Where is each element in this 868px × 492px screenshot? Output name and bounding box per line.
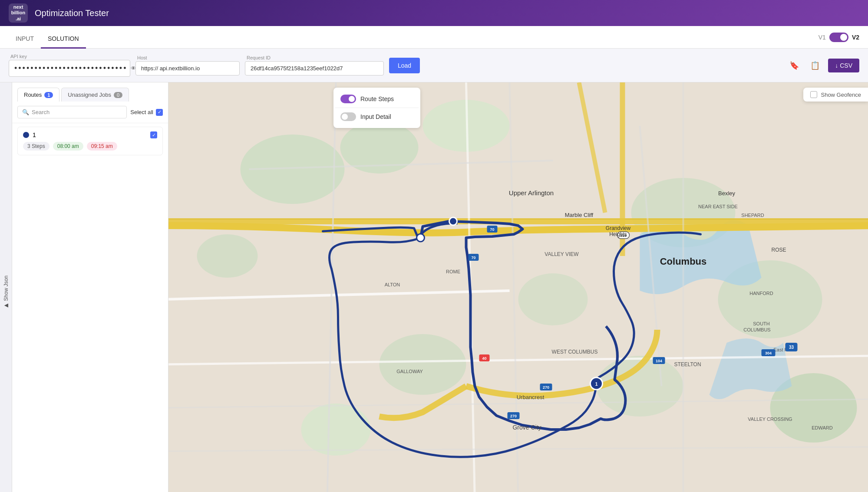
svg-point-8 (301, 403, 371, 456)
panel-tab-routes[interactable]: Routes 1 (17, 88, 59, 102)
overlay-divider (335, 108, 419, 108)
geofence-overlay: Show Geofence (803, 88, 868, 102)
host-value: https:// api.nextbillion.io (141, 65, 200, 72)
route-steps-toggle-item[interactable]: Route Steps (335, 91, 419, 107)
search-icon: 🔍 (22, 109, 29, 115)
load-button[interactable]: Load (389, 58, 420, 73)
api-key-value: •••••••••••••••••••••••••••• (14, 64, 127, 73)
svg-text:Columbus: Columbus (660, 256, 707, 267)
svg-text:70: 70 (490, 227, 494, 232)
csv-button[interactable]: ↓ CSV (828, 59, 859, 72)
route-name: 1 (33, 131, 147, 138)
request-id-value: 26df14ca9575f2158a1235eef1022d7 (251, 65, 343, 72)
version-toggle-switch[interactable] (829, 33, 848, 42)
version-v1-label: V1 (818, 34, 826, 41)
chevron-right-icon: ▶ (3, 302, 9, 308)
search-placeholder: Search (32, 109, 50, 115)
input-detail-label: Input Detail (360, 113, 391, 120)
bookmark-icon[interactable]: 🔖 (786, 58, 802, 73)
input-detail-toggle[interactable] (340, 112, 356, 121)
routes-count-badge: 1 (44, 92, 53, 98)
request-id-group: Request ID 26df14ca9575f2158a1235eef1022… (245, 55, 384, 75)
svg-text:ROSE: ROSE (771, 247, 786, 253)
route-steps-label: Route Steps (360, 95, 394, 102)
unassigned-count-badge: 0 (114, 92, 122, 98)
route-checkbox[interactable] (150, 131, 157, 138)
svg-text:Grove City: Grove City (512, 424, 541, 431)
left-panel: Routes 1 Unassigned Jobs 0 🔍 Search Sele… (12, 82, 168, 492)
panel-tabs: Routes 1 Unassigned Jobs 0 (12, 82, 168, 102)
svg-text:270: 270 (510, 414, 517, 418)
geofence-checkbox[interactable] (810, 91, 817, 98)
svg-text:33: 33 (789, 345, 794, 350)
search-input[interactable]: 🔍 Search (17, 106, 127, 118)
logo-line2: billion (11, 10, 25, 16)
route-steps-toggle[interactable] (340, 95, 356, 103)
select-all-checkbox[interactable] (156, 109, 163, 116)
svg-text:NEAR EAST SIDE: NEAR EAST SIDE (698, 204, 738, 209)
header: next billion .ai Optimization Tester (0, 0, 868, 26)
unassigned-tab-label: Unassigned Jobs (68, 92, 111, 98)
api-key-label: API key (9, 54, 130, 59)
request-id-field[interactable]: 26df14ca9575f2158a1235eef1022d7 (245, 61, 384, 75)
host-group: Host https:// api.nextbillion.io (135, 55, 240, 75)
toolbar-actions: 🔖 📋 ↓ CSV (786, 58, 859, 73)
geofence-label: Show Geofence (821, 92, 861, 98)
route-list: 1 3 Steps 08:00 am 09:15 am (12, 123, 168, 492)
select-all-label: Select all (130, 109, 153, 115)
host-label: Host (135, 55, 240, 60)
svg-text:ALTON: ALTON (385, 282, 400, 287)
show-json-text: Show Json (3, 276, 9, 301)
route-start-time: 08:00 am (53, 142, 83, 151)
table-row[interactable]: 1 3 Steps 08:00 am 09:15 am (17, 127, 163, 155)
version-toggle: V1 V2 (818, 33, 859, 42)
host-field[interactable]: https:// api.nextbillion.io (135, 61, 240, 75)
svg-text:Marble Cliff: Marble Cliff (565, 212, 594, 218)
svg-text:1: 1 (595, 381, 597, 387)
logo: next billion .ai (9, 3, 28, 23)
api-key-field[interactable]: •••••••••••••••••••••••••••• 👁 (9, 60, 130, 77)
svg-text:70: 70 (471, 256, 475, 260)
logo-line3: .ai (11, 16, 25, 22)
svg-text:304: 304 (765, 351, 772, 355)
route-steps-overlay: Route Steps Input Detail (333, 88, 420, 128)
svg-text:Bexley: Bexley (718, 190, 736, 197)
route-end-time: 09:15 am (87, 142, 117, 151)
svg-text:ROME: ROME (446, 269, 460, 274)
tab-input[interactable]: INPUT (9, 30, 41, 49)
svg-text:Upper Arlington: Upper Arlington (509, 189, 554, 197)
search-controls: 🔍 Search Select all (12, 102, 168, 123)
map-area[interactable]: 1 70 70 270 315 Upper Arlington Marble C… (168, 82, 868, 492)
input-detail-toggle-item[interactable]: Input Detail (335, 109, 419, 125)
svg-text:Urbancrest: Urbancrest (517, 394, 545, 400)
svg-text:STEELTON: STEELTON (674, 361, 701, 367)
api-key-group: API key •••••••••••••••••••••••••••• 👁 (9, 54, 130, 77)
show-json-label: ▶ Show Json (3, 276, 9, 309)
version-v2-label: V2 (852, 34, 859, 41)
svg-text:270: 270 (543, 385, 549, 390)
main-content: ▶ Show Json Routes 1 Unassigned Jobs 0 🔍… (0, 82, 868, 492)
panel-tab-unassigned[interactable]: Unassigned Jobs 0 (61, 88, 129, 102)
svg-text:HANFORD: HANFORD (749, 291, 773, 296)
svg-point-27 (449, 217, 457, 225)
app-title: Optimization Tester (35, 8, 109, 18)
map-background: 1 70 70 270 315 Upper Arlington Marble C… (168, 82, 868, 492)
route-dot (23, 132, 29, 138)
tabs-bar: INPUT SOLUTION V1 V2 (0, 26, 868, 49)
route-tags: 3 Steps 08:00 am 09:15 am (23, 142, 157, 151)
route-header: 1 (23, 131, 157, 138)
show-json-panel[interactable]: ▶ Show Json (0, 82, 12, 492)
svg-text:VALLEY CROSSING: VALLEY CROSSING (748, 417, 792, 422)
svg-text:104: 104 (656, 359, 662, 363)
svg-text:GALLOWAY: GALLOWAY (396, 369, 423, 374)
svg-text:Grandview: Grandview (606, 225, 631, 231)
request-id-label: Request ID (245, 55, 384, 60)
list-icon[interactable]: 📋 (807, 58, 823, 73)
tab-solution[interactable]: SOLUTION (41, 30, 86, 49)
svg-text:EDWARD: EDWARD (812, 425, 833, 430)
svg-point-26 (417, 234, 425, 242)
svg-text:Heights: Heights (609, 231, 627, 237)
svg-point-3 (197, 234, 258, 278)
svg-text:WEST COLUMBUS: WEST COLUMBUS (552, 349, 598, 355)
svg-text:SOUTH: SOUTH (753, 321, 770, 326)
